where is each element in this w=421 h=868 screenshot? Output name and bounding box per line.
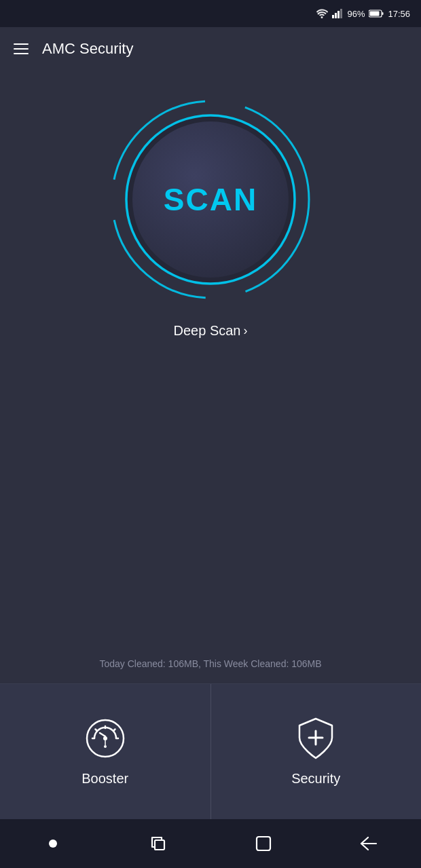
svg-line-12 <box>95 730 97 732</box>
battery-percentage: 96% <box>347 9 365 19</box>
svg-rect-0 <box>332 15 334 18</box>
svg-point-21 <box>49 839 57 848</box>
stats-area: Today Cleaned: 106MB, This Week Cleaned:… <box>99 658 321 683</box>
svg-rect-6 <box>382 12 384 15</box>
booster-icon <box>84 717 127 760</box>
svg-line-11 <box>113 730 115 732</box>
main-content: SCAN Deep Scan › Today Cleaned: 106MB, T… <box>0 71 421 683</box>
svg-rect-3 <box>340 9 342 18</box>
time-display: 17:56 <box>388 9 410 19</box>
app-title: AMC Security <box>42 40 133 58</box>
security-card[interactable]: Security <box>211 684 422 819</box>
status-icons: 96% 17:56 <box>316 9 410 19</box>
deep-scan-chevron: › <box>243 324 247 338</box>
svg-rect-2 <box>337 11 340 18</box>
nav-back-button[interactable] <box>348 823 389 864</box>
hamburger-menu-icon[interactable] <box>14 43 29 54</box>
nav-recent-button[interactable] <box>138 823 179 864</box>
booster-card[interactable]: Booster <box>0 684 211 819</box>
booster-label: Booster <box>81 771 128 787</box>
wifi-icon <box>316 9 328 18</box>
scan-container: SCAN Deep Scan › <box>109 98 312 339</box>
svg-rect-5 <box>370 12 380 16</box>
bottom-cards: Booster Security <box>0 683 421 819</box>
scan-button-area[interactable]: SCAN <box>109 98 312 301</box>
stats-text: Today Cleaned: 106MB, This Week Cleaned:… <box>99 658 321 669</box>
scan-button[interactable]: SCAN <box>132 121 289 278</box>
deep-scan-text: Deep Scan <box>174 323 241 339</box>
security-label: Security <box>291 771 340 787</box>
svg-rect-1 <box>335 13 337 18</box>
scan-label: SCAN <box>164 181 257 218</box>
nav-square-button[interactable] <box>243 823 284 864</box>
svg-point-17 <box>104 745 107 748</box>
svg-rect-23 <box>257 837 270 850</box>
security-icon <box>294 717 337 760</box>
app-bar: AMC Security <box>0 27 421 71</box>
battery-icon <box>369 10 384 18</box>
svg-line-16 <box>100 733 105 736</box>
nav-home-button[interactable] <box>33 823 73 864</box>
deep-scan-link[interactable]: Deep Scan › <box>174 323 248 339</box>
nav-bar <box>0 819 421 868</box>
signal-icon <box>332 9 343 18</box>
svg-rect-22 <box>155 840 164 850</box>
status-bar: 96% 17:56 <box>0 0 421 27</box>
